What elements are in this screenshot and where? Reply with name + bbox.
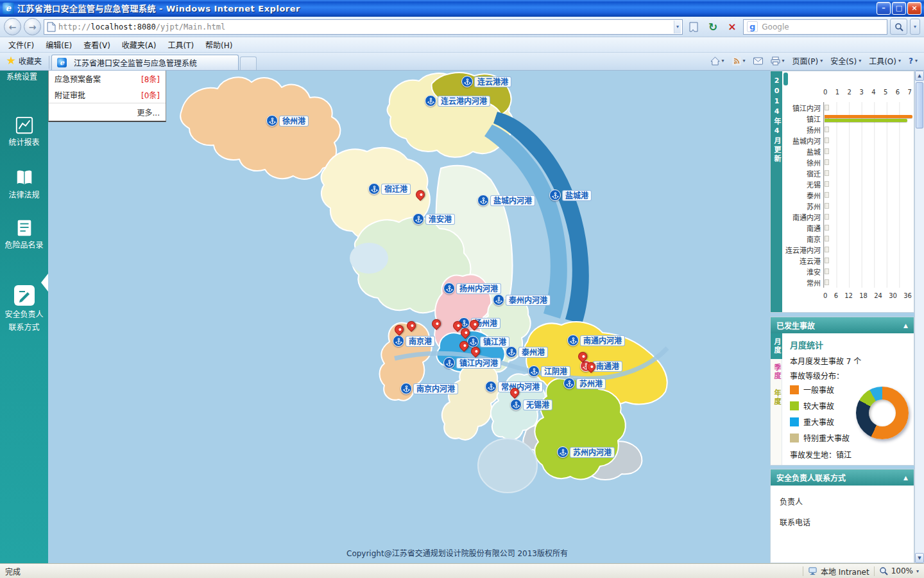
zoom-control[interactable]: 100% ▾ [879, 566, 919, 575]
collapse-icon[interactable]: ▲ [903, 322, 908, 329]
port-marker[interactable]: 南京内河港 [400, 383, 458, 394]
accident-pin-icon[interactable] [414, 188, 427, 201]
port-marker[interactable]: 南通内河港 [567, 335, 625, 346]
contact-panel-header[interactable]: 安全负责人联系方式 ▲ [771, 469, 914, 486]
quick-row-approval[interactable]: 附证审批 [0条] [49, 87, 166, 103]
port-marker[interactable]: 宿迁港 [368, 183, 411, 195]
title-bar[interactable]: e 江苏省港口安全监管与应急管理系统 - Windows Internet Ex… [0, 0, 924, 17]
port-marker[interactable]: 连云港内河港 [425, 95, 490, 107]
menu-favorites[interactable]: 收藏夹(A) [116, 37, 162, 52]
maximize-button[interactable]: □ [892, 2, 906, 15]
search-button[interactable] [890, 19, 907, 35]
safety-menu-button[interactable]: 安全(S)▾ [826, 54, 865, 67]
port-marker[interactable]: 盐城内河港 [477, 195, 535, 206]
security-zone[interactable]: 本地 Intranet [808, 566, 869, 577]
accident-panel-header[interactable]: 已发生事故 ▲ [771, 317, 914, 333]
menu-help[interactable]: 帮助(H) [200, 37, 238, 52]
collapse-icon[interactable]: ▲ [903, 475, 908, 481]
port-marker[interactable]: 泰州港 [506, 346, 548, 358]
print-button[interactable]: ▾ [767, 55, 789, 67]
port-marker[interactable]: 苏州港 [563, 378, 606, 389]
chart-row: 南通 [783, 222, 912, 233]
port-marker[interactable]: 连云港港 [461, 76, 511, 87]
accident-pin-icon[interactable] [430, 317, 443, 330]
new-tab-stub[interactable] [240, 57, 257, 70]
browser-tab-active[interactable]: e 江苏省港口安全监管与应急管理系统 [51, 55, 239, 70]
forward-button[interactable]: → [24, 18, 41, 35]
stop-button[interactable]: × [724, 19, 740, 35]
search-box[interactable]: g Google [743, 19, 887, 35]
chart-track [823, 233, 912, 244]
port-marker[interactable]: 徐州港 [266, 115, 309, 127]
tab-yearly[interactable]: 年度 [771, 385, 782, 410]
port-marker[interactable]: 扬州港 [458, 317, 501, 329]
legend-item: 重大事故 [790, 416, 856, 427]
minimize-button[interactable]: – [877, 2, 891, 15]
chart-track [823, 244, 912, 255]
sidebar: 系统设置 统计报表 法律法规 危险品名录 [0, 71, 48, 563]
tab-quarterly[interactable]: 季度 [771, 359, 782, 385]
menu-tools[interactable]: 工具(T) [162, 37, 200, 52]
back-button[interactable]: ← [4, 18, 21, 35]
more-link[interactable]: 更多... [49, 103, 166, 121]
help-button[interactable]: ?▾ [905, 55, 921, 67]
port-label: 镇江内河港 [456, 358, 501, 369]
scroll-down-button[interactable]: ▼ [915, 553, 924, 563]
compatibility-view-button[interactable] [685, 19, 702, 35]
port-marker[interactable]: 江阴港 [528, 365, 570, 377]
chart-track [823, 113, 912, 124]
port-label: 淮安港 [425, 214, 455, 225]
chart-category-label: 盐城内河 [783, 136, 823, 146]
chart-scrollbar-thumb[interactable] [783, 73, 788, 85]
page-menu-button[interactable]: 页面(P)▾ [789, 54, 827, 67]
url-dropdown-button[interactable]: ▾ [674, 21, 681, 33]
favorites-button[interactable]: 收藏夹 [3, 53, 47, 70]
port-label: 镇江港 [480, 337, 509, 347]
menu-view[interactable]: 查看(V) [78, 37, 116, 52]
port-label: 苏州港 [576, 378, 606, 389]
refresh-button[interactable]: ↻ [705, 19, 721, 35]
port-marker[interactable]: 盐城港 [549, 189, 592, 201]
chart-category-label: 南京 [783, 234, 823, 244]
accident-pin-icon[interactable] [393, 323, 406, 336]
feed-button[interactable]: ▾ [728, 55, 749, 67]
scroll-up-button[interactable]: ▲ [915, 71, 924, 81]
port-marker[interactable]: 淮安港 [413, 213, 455, 225]
scrollbar-thumb[interactable] [916, 82, 923, 128]
scrollbar-track[interactable] [915, 81, 924, 553]
vertical-scrollbar[interactable]: ▲ ▼ [914, 71, 924, 563]
home-button[interactable]: ▾ [706, 55, 728, 67]
menu-file[interactable]: 文件(F) [3, 37, 40, 52]
port-marker[interactable]: 泰州内河港 [493, 294, 551, 306]
accident-pin-icon[interactable] [405, 319, 418, 332]
close-button[interactable]: × [907, 2, 921, 15]
chart-rows: 镇江内河镇江扬州盐城内河盐城徐州宿迁无锡泰州苏州南通内河南通南京连云港内河连云港… [783, 102, 912, 288]
tools-menu-button[interactable]: 工具(O)▾ [865, 54, 905, 67]
chart-track [823, 189, 912, 200]
menu-edit[interactable]: 编辑(E) [40, 37, 78, 52]
port-marker[interactable]: 镇江港 [467, 336, 509, 347]
quick-row-emergency-plan[interactable]: 应急预案备案 [8条] [49, 71, 166, 87]
anchor-icon [485, 381, 497, 392]
port-marker[interactable]: 镇江内河港 [443, 357, 501, 369]
divider [874, 566, 875, 576]
sidebar-item-laws[interactable]: 法律法规 [0, 168, 48, 200]
port-marker[interactable]: 无锡港 [510, 399, 552, 410]
sidebar-item-hazmat[interactable]: 危险品名录 [0, 218, 48, 250]
port-marker[interactable]: 苏州内河港 [557, 446, 615, 458]
map-canvas[interactable]: 连云港港连云港内河港徐州港宿迁港淮安港盐城内河港盐城港扬州内河港泰州内河港扬州港… [48, 71, 770, 563]
chart-track [823, 168, 912, 179]
sidebar-item-system-settings[interactable]: 系统设置 [0, 71, 48, 82]
chart-row: 镇江 [783, 113, 912, 124]
search-dropdown-button[interactable]: ▾ [910, 19, 920, 35]
mail-button[interactable] [749, 56, 767, 66]
chart-track [823, 277, 912, 288]
url-field[interactable]: http://localhost:8080/yjpt/Main.html ▾ [44, 19, 683, 35]
sidebar-item-statistics[interactable]: 统计报表 [0, 116, 48, 148]
tab-monthly[interactable]: 月度 [771, 333, 782, 359]
port-marker[interactable]: 南京港 [393, 335, 435, 347]
chart-row: 淮安 [783, 266, 912, 277]
port-marker[interactable]: 扬州内河港 [443, 283, 501, 294]
chart-row: 宿迁 [783, 168, 912, 179]
search-placeholder: Google [762, 22, 884, 31]
